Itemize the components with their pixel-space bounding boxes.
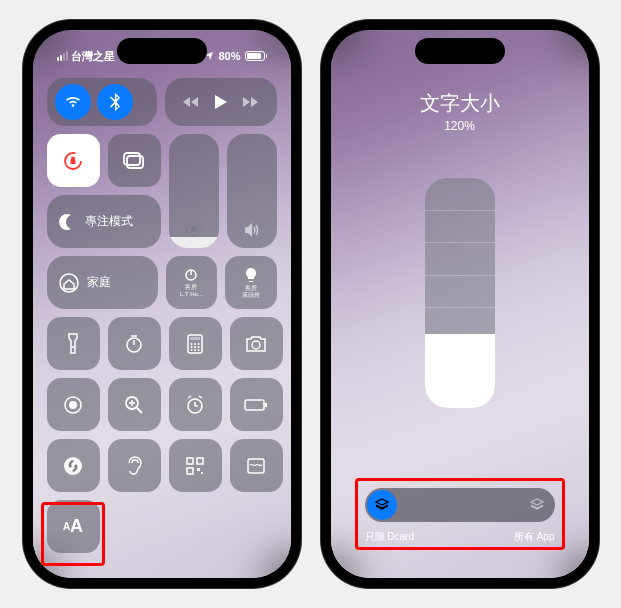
scope-dcard-option[interactable] — [367, 490, 397, 520]
svg-rect-47 — [187, 468, 193, 474]
hearing-tile[interactable] — [108, 439, 161, 492]
flashlight-tile[interactable] — [47, 317, 100, 370]
timer-tile[interactable] — [108, 317, 161, 370]
power-icon — [184, 268, 198, 282]
qr-code-tile[interactable] — [169, 439, 222, 492]
svg-point-44 — [64, 457, 82, 475]
dynamic-island — [415, 38, 505, 64]
scope-dcard-label: 只限 Dcard — [365, 530, 414, 544]
wifi-toggle[interactable] — [55, 84, 91, 120]
svg-line-40 — [188, 396, 191, 398]
svg-point-30 — [252, 341, 260, 349]
text-size-slider[interactable] — [425, 178, 495, 408]
scope-all-apps-label: 所有 App — [514, 530, 555, 544]
wifi-icon — [64, 95, 82, 109]
svg-line-8 — [188, 224, 190, 226]
bulb-icon — [245, 267, 257, 283]
rewind-button[interactable] — [183, 96, 199, 108]
layers-icon — [374, 497, 390, 513]
battery-icon — [245, 51, 267, 61]
brightness-slider[interactable] — [169, 134, 219, 248]
phone-right: 文字大小 120% 只限 Dcard 所有 App — [321, 20, 599, 588]
text-size-percent: 120% — [331, 119, 589, 133]
magnifier-tile[interactable] — [108, 378, 161, 431]
svg-point-3 — [191, 226, 197, 232]
svg-rect-43 — [265, 403, 267, 407]
home-tile[interactable]: 家庭 — [47, 256, 158, 309]
bluetooth-toggle[interactable] — [97, 84, 133, 120]
shazam-tile[interactable] — [47, 439, 100, 492]
alarm-tile[interactable] — [169, 378, 222, 431]
record-icon — [63, 395, 83, 415]
svg-point-25 — [194, 346, 196, 348]
room-tile-1[interactable]: 客房L.T Ho... — [166, 256, 217, 309]
svg-line-41 — [199, 396, 202, 398]
layers-icon — [529, 497, 545, 513]
rotation-lock-tile[interactable] — [47, 134, 100, 187]
low-power-tile[interactable] — [230, 378, 283, 431]
scope-all-apps-option[interactable] — [525, 493, 549, 517]
svg-line-10 — [188, 233, 190, 235]
svg-point-29 — [198, 349, 200, 351]
rotation-lock-icon — [61, 149, 85, 173]
record-tile[interactable] — [47, 378, 100, 431]
alarm-icon — [185, 395, 205, 415]
screen-mirroring-icon — [122, 151, 146, 171]
play-button[interactable] — [215, 95, 227, 109]
brightness-fill — [169, 237, 219, 248]
scope-segment[interactable] — [365, 488, 555, 522]
svg-point-23 — [198, 343, 200, 345]
text-size-tile[interactable]: AA — [47, 500, 100, 553]
moon-icon — [59, 213, 77, 231]
room-tile-2[interactable]: 客房床頭燈 — [225, 256, 276, 309]
magnifier-icon — [124, 395, 144, 415]
carrier-label: 台灣之星 — [71, 49, 115, 64]
text-size-slider-fill — [425, 334, 495, 408]
svg-point-22 — [194, 343, 196, 345]
screen-text-size: 文字大小 120% 只限 Dcard 所有 App — [331, 30, 589, 578]
notes-icon — [246, 457, 266, 475]
battery-icon — [244, 398, 268, 412]
text-size-title: 文字大小 — [331, 90, 589, 117]
shazam-icon — [63, 456, 83, 476]
svg-line-11 — [198, 224, 200, 226]
svg-point-26 — [198, 346, 200, 348]
phone-left: 台灣之星 80% — [23, 20, 301, 588]
battery-pct: 80% — [218, 50, 240, 62]
home-label: 家庭 — [87, 274, 111, 291]
svg-rect-49 — [201, 472, 203, 474]
svg-rect-45 — [187, 458, 193, 464]
camera-icon — [245, 335, 267, 353]
notes-tile[interactable] — [230, 439, 283, 492]
screen-control-center: 台灣之星 80% — [33, 30, 291, 578]
svg-rect-46 — [197, 458, 203, 464]
volume-slider[interactable] — [227, 134, 277, 248]
svg-point-27 — [191, 349, 193, 351]
ear-icon — [125, 455, 143, 477]
text-size-large-a: A — [70, 516, 83, 537]
svg-point-28 — [194, 349, 196, 351]
text-size-small-a: A — [63, 521, 70, 532]
flashlight-icon — [66, 333, 80, 355]
calculator-icon — [187, 334, 203, 354]
focus-label: 專注模式 — [85, 213, 133, 230]
signal-icon — [57, 51, 68, 61]
calculator-tile[interactable] — [169, 317, 222, 370]
text-size-header: 文字大小 120% — [331, 90, 589, 133]
sun-icon — [185, 220, 203, 238]
dynamic-island — [117, 38, 207, 64]
qr-icon — [185, 456, 205, 476]
svg-point-32 — [69, 401, 77, 409]
svg-point-24 — [191, 346, 193, 348]
camera-tile[interactable] — [230, 317, 283, 370]
svg-point-15 — [72, 346, 74, 348]
connectivity-group[interactable] — [47, 78, 158, 126]
svg-rect-20 — [190, 337, 200, 340]
media-controls[interactable] — [165, 78, 276, 126]
svg-rect-42 — [245, 400, 264, 410]
focus-mode-tile[interactable]: 專注模式 — [47, 195, 161, 248]
screen-mirroring-tile[interactable] — [108, 134, 161, 187]
svg-point-21 — [191, 343, 193, 345]
svg-line-34 — [137, 408, 142, 413]
forward-button[interactable] — [243, 96, 259, 108]
